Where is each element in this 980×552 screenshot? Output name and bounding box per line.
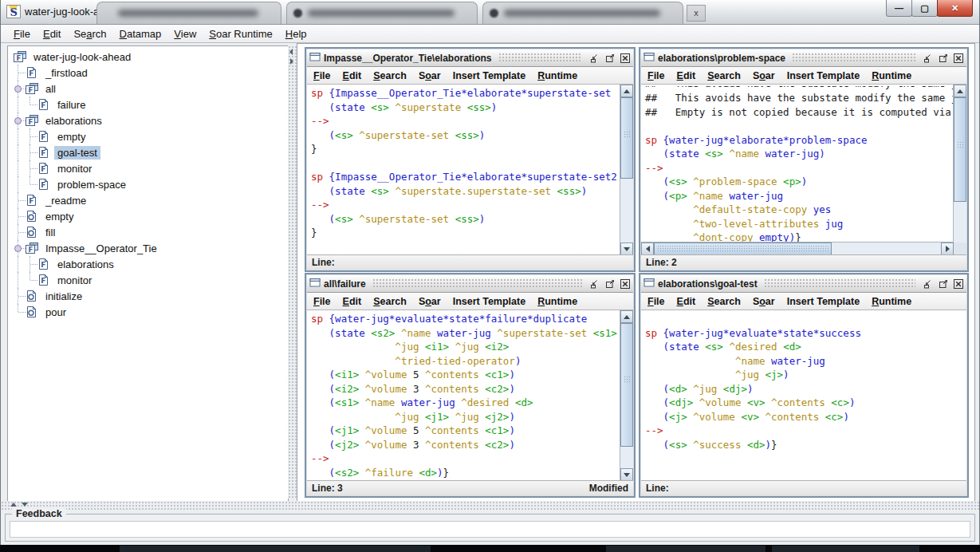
horizontal-scrollbar[interactable] [641, 242, 954, 255]
tree-item-problem-space[interactable]: Fproblem-space [8, 176, 288, 192]
background-browser-tab[interactable] [286, 2, 478, 24]
frame-title-bar[interactable]: elaborations\problem-space [641, 49, 966, 67]
tree-item-empty[interactable]: empty [8, 208, 288, 224]
frame-menu-soar[interactable]: Soar [753, 296, 775, 307]
tree-item-monitor[interactable]: Fmonitor [8, 272, 288, 288]
frame-menu-edit[interactable]: Edit [343, 296, 362, 307]
tree-item-firstload[interactable]: F_firstload [8, 65, 288, 81]
collapse-left-icon[interactable] [289, 49, 293, 55]
expand-handle-icon[interactable] [12, 112, 24, 128]
frame-menu-runtime[interactable]: Runtime [537, 296, 577, 307]
frame-close-icon[interactable] [619, 278, 631, 290]
frame-menu-search[interactable]: Search [373, 70, 407, 81]
background-tab-close[interactable]: x [687, 5, 706, 22]
background-browser-tab[interactable] [482, 2, 683, 24]
tree-item-elaborations[interactable]: Felaborations [8, 256, 288, 272]
scroll-right-icon[interactable] [941, 242, 954, 255]
editor-frame-elaborations-goal-test[interactable]: elaborations\goal-testFileEditSearchSoar… [639, 273, 969, 498]
frame-menu-soar[interactable]: Soar [419, 70, 441, 81]
scrollbar-thumb[interactable] [654, 242, 832, 255]
scrollbar-thumb[interactable] [954, 97, 966, 202]
frame-maximize-icon[interactable] [604, 278, 616, 290]
menu-view[interactable]: View [167, 26, 203, 41]
collapse-up-icon[interactable] [10, 503, 17, 507]
menu-search[interactable]: Search [67, 26, 112, 41]
frame-menu-file[interactable]: File [647, 70, 665, 81]
code-editor[interactable]: ## This avoids have the substate modify … [641, 85, 954, 242]
editor-frame-impasse-operator-tie-elaborations[interactable]: Impasse__Operator_Tie\elaborationsFileEd… [305, 47, 636, 272]
menu-datamap[interactable]: Datamap [113, 26, 168, 41]
frame-menu-insert-template[interactable]: Insert Template [453, 70, 525, 81]
frame-minimize-icon[interactable] [588, 278, 600, 290]
frame-menu-soar[interactable]: Soar [753, 70, 775, 81]
project-tree[interactable]: Fwater-jug-look-aheadF_firstloadFallFfai… [7, 45, 289, 503]
frame-menu-file[interactable]: File [313, 70, 331, 81]
frame-menu-edit[interactable]: Edit [343, 70, 362, 81]
tree-item-elaborations[interactable]: Felaborations [8, 112, 288, 128]
tree-split-divider[interactable] [288, 45, 297, 499]
menu-edit[interactable]: Edit [37, 26, 67, 41]
editor-frame-all-failure[interactable]: all\failureFileEditSearchSoarInsert Temp… [305, 273, 636, 498]
scroll-up-icon[interactable] [620, 85, 633, 97]
tree-item-readme[interactable]: F_readme [8, 192, 288, 208]
background-browser-tab[interactable] [96, 2, 281, 24]
frame-menu-insert-template[interactable]: Insert Template [787, 296, 860, 307]
frame-menu-runtime[interactable]: Runtime [872, 70, 911, 81]
frame-menu-search[interactable]: Search [707, 296, 741, 307]
frame-menu-soar[interactable]: Soar [419, 296, 441, 307]
vertical-scrollbar[interactable] [620, 310, 633, 481]
title-bar[interactable]: S water-jug-look-ahead x — ▢ ✕ [1, 0, 979, 25]
code-editor[interactable]: sp {water-jug*evaluate*state*success (st… [641, 310, 966, 481]
tree-item-goal-test[interactable]: Fgoal-test [8, 144, 288, 160]
frame-maximize-icon[interactable] [604, 52, 616, 64]
scroll-down-icon[interactable] [620, 468, 633, 481]
frame-menu-insert-template[interactable]: Insert Template [453, 296, 525, 307]
frame-minimize-icon[interactable] [588, 52, 600, 64]
tree-item-initialize[interactable]: initialize [8, 288, 288, 304]
frame-minimize-icon[interactable] [922, 52, 934, 64]
frame-menu-runtime[interactable]: Runtime [537, 70, 577, 81]
scrollbar-thumb[interactable] [620, 323, 633, 447]
scroll-up-icon[interactable] [620, 310, 633, 323]
frame-title-bar[interactable]: Impasse__Operator_Tie\elaborations [307, 49, 633, 67]
tree-item-pour[interactable]: pour [8, 304, 288, 320]
frame-close-icon[interactable] [952, 52, 964, 64]
tree-item-all[interactable]: Fall [8, 81, 288, 97]
maximize-button[interactable]: ▢ [911, 0, 938, 17]
tree-item-failure[interactable]: Ffailure [8, 97, 288, 112]
minimize-button[interactable]: — [886, 0, 912, 17]
code-editor[interactable]: sp {water-jug*evaluate*state*failure*dup… [307, 310, 620, 481]
taskbar-strip[interactable] [0, 545, 980, 552]
vertical-scrollbar[interactable] [953, 85, 966, 255]
close-button[interactable]: ✕ [937, 0, 973, 17]
menu-soar-runtime[interactable]: Soar Runtime [203, 26, 278, 41]
code-editor[interactable]: sp {Impasse__Operator_Tie*elaborate*supe… [307, 85, 620, 255]
tree-item-empty[interactable]: Fempty [8, 128, 288, 144]
tree-item-impasse-operator-tie[interactable]: FImpasse__Operator_Tie [8, 240, 288, 256]
editor-frame-elaborations-problem-space[interactable]: elaborations\problem-spaceFileEditSearch… [639, 47, 969, 272]
expand-handle-icon[interactable] [12, 81, 24, 97]
frame-minimize-icon[interactable] [922, 278, 934, 290]
frame-maximize-icon[interactable] [937, 52, 949, 64]
frame-menu-runtime[interactable]: Runtime [872, 296, 911, 307]
expand-handle-icon[interactable] [12, 240, 24, 256]
scroll-left-icon[interactable] [641, 242, 654, 255]
menu-help[interactable]: Help [279, 26, 313, 41]
frame-menu-edit[interactable]: Edit [677, 296, 696, 307]
scroll-up-icon[interactable] [954, 85, 966, 97]
frame-menu-file[interactable]: File [647, 296, 665, 307]
vertical-scrollbar[interactable] [620, 85, 633, 255]
tree-item-monitor[interactable]: Fmonitor [8, 160, 288, 176]
frame-menu-edit[interactable]: Edit [677, 70, 696, 81]
scroll-down-icon[interactable] [620, 242, 633, 255]
frame-menu-file[interactable]: File [313, 296, 331, 307]
tree-item-water-jug-look-ahead[interactable]: Fwater-jug-look-ahead [8, 49, 288, 65]
expand-right-icon[interactable] [290, 58, 293, 65]
feedback-split-divider[interactable] [1, 501, 979, 511]
frame-close-icon[interactable] [619, 52, 631, 64]
menu-file[interactable]: File [7, 26, 37, 41]
feedback-output[interactable] [10, 521, 970, 538]
frame-maximize-icon[interactable] [937, 278, 949, 290]
frame-close-icon[interactable] [952, 278, 964, 290]
frame-menu-search[interactable]: Search [707, 70, 741, 81]
